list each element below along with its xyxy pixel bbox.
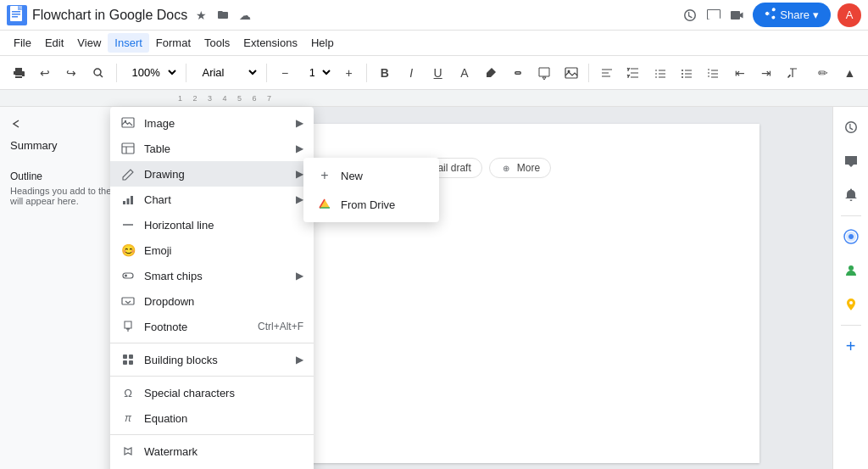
chat-panel-btn[interactable] — [837, 148, 865, 175]
italic-button[interactable]: I — [400, 61, 423, 85]
redo-icon[interactable]: ↪ — [60, 61, 83, 85]
share-button[interactable]: Share ▾ — [753, 3, 831, 27]
svg-rect-22 — [123, 355, 127, 359]
insert-image-item[interactable]: Image ▶ — [110, 110, 314, 136]
insert-drawing-arrow: ▶ — [296, 168, 303, 180]
menu-edit[interactable]: Edit — [38, 33, 70, 53]
insert-chart-label: Chart — [144, 193, 287, 206]
insert-building-blocks-label: Building blocks — [144, 354, 287, 366]
text-color-button[interactable]: A — [453, 61, 476, 85]
folder-icon[interactable] — [214, 7, 231, 24]
insert-dropdown-item[interactable]: Dropdown — [110, 288, 314, 314]
bold-button[interactable]: B — [373, 61, 396, 85]
underline-button[interactable]: U — [426, 61, 449, 85]
insert-drawing-label: Drawing — [144, 168, 287, 181]
menu-insert[interactable]: Insert — [108, 33, 149, 53]
image-toolbar-button[interactable] — [559, 61, 582, 85]
more-chip-label: More — [517, 162, 540, 174]
print-icon[interactable] — [7, 61, 30, 85]
insert-building-blocks-item[interactable]: Building blocks ▶ — [110, 347, 314, 372]
highlight-button[interactable] — [480, 61, 503, 85]
line-spacing-button[interactable] — [622, 61, 645, 85]
insert-drawing-item[interactable]: Drawing ▶ + New — [110, 161, 314, 187]
insert-table-arrow: ▶ — [296, 142, 303, 154]
menu-help[interactable]: Help — [304, 33, 341, 53]
collapse-button[interactable]: ▲ — [838, 61, 861, 85]
history-panel-btn[interactable] — [837, 114, 865, 141]
indent-decrease-button[interactable]: ⇤ — [728, 61, 751, 85]
link-toolbar-button[interactable] — [506, 61, 529, 85]
insert-image-arrow: ▶ — [296, 117, 303, 129]
drive-icon — [317, 197, 332, 212]
menu-extensions[interactable]: Extensions — [236, 33, 304, 53]
history-icon[interactable] — [682, 7, 698, 24]
watermark-menu-icon — [120, 444, 136, 459]
insert-headers-footers-item[interactable]: Headers & footers ▶ — [110, 464, 314, 469]
gemini-panel-btn[interactable] — [837, 223, 865, 250]
insert-emoji-label: Emoji — [144, 244, 303, 257]
zoom-icon[interactable] — [86, 61, 109, 85]
insert-emoji-item[interactable]: 😊 Emoji — [110, 237, 314, 263]
menu-file[interactable]: File — [7, 33, 38, 53]
insert-building-blocks-arrow: ▶ — [296, 354, 303, 366]
add-panel-btn[interactable]: + — [837, 332, 865, 360]
menu-tools[interactable]: Tools — [198, 33, 236, 53]
title-bar-right: Share ▾ A — [682, 3, 861, 27]
font-size-decrease[interactable]: − — [273, 61, 296, 85]
drawing-new-item[interactable]: + New — [303, 161, 439, 190]
insert-special-chars-item[interactable]: Ω Special characters — [110, 380, 314, 405]
zoom-select[interactable]: 100% — [122, 63, 180, 82]
drawing-menu-icon — [120, 166, 136, 181]
drawing-new-label: New — [341, 170, 363, 182]
right-panel-separator-2 — [841, 325, 861, 326]
font-size-increase[interactable]: + — [337, 61, 360, 85]
insert-equation-label: Equation — [144, 412, 303, 425]
numbered-list-button[interactable] — [702, 61, 725, 85]
insert-dropdown-menu: Image ▶ Table ▶ Drawing ▶ — [110, 107, 314, 469]
drawing-new-icon: + — [317, 168, 332, 183]
menu-format[interactable]: Format — [149, 33, 198, 53]
drawing-from-drive-item[interactable]: From Drive — [303, 190, 439, 219]
special-chars-menu-icon: Ω — [120, 385, 136, 400]
svg-point-10 — [682, 76, 683, 78]
insert-watermark-item[interactable]: Watermark — [110, 438, 314, 464]
ruler-marks: 1 2 3 4 5 6 7 — [178, 94, 271, 103]
pen-mode-button[interactable]: ✏ — [811, 61, 834, 85]
title-action-icons: ★ ☁ — [192, 7, 253, 24]
insert-footnote-item[interactable]: Footnote Ctrl+Alt+F — [110, 314, 314, 339]
undo-icon[interactable]: ↩ — [33, 61, 56, 85]
font-size-select[interactable]: 11 — [300, 63, 334, 82]
user-avatar[interactable]: A — [837, 3, 861, 27]
right-panel-separator — [841, 215, 861, 216]
notification-panel-btn[interactable] — [837, 181, 865, 209]
align-button[interactable] — [595, 61, 618, 85]
bullet-list-button[interactable] — [675, 61, 698, 85]
star-icon[interactable]: ★ — [192, 7, 209, 24]
comment-toolbar-button[interactable] — [532, 61, 555, 85]
clear-format-button[interactable] — [782, 61, 804, 85]
svg-rect-23 — [129, 355, 133, 359]
more-chip[interactable]: ⊕ More — [489, 158, 551, 178]
insert-horizontal-line-item[interactable]: Horizontal line — [110, 212, 314, 237]
indent-increase-button[interactable]: ⇥ — [754, 61, 777, 85]
insert-table-item[interactable]: Table ▶ — [110, 136, 314, 161]
insert-image-label: Image — [144, 117, 287, 130]
dropdown-sep-3 — [110, 434, 314, 435]
cloud-icon[interactable]: ☁ — [236, 7, 253, 24]
menu-view[interactable]: View — [70, 33, 108, 53]
comment-icon[interactable] — [705, 7, 722, 24]
maps-panel-btn[interactable] — [837, 291, 865, 318]
checklist-button[interactable] — [648, 61, 671, 85]
font-select[interactable]: Arial — [192, 63, 260, 82]
insert-watermark-label: Watermark — [144, 445, 303, 458]
smart-chips-menu-icon — [120, 268, 136, 283]
svg-rect-6 — [565, 68, 577, 78]
insert-equation-item[interactable]: π Equation — [110, 405, 314, 431]
drawing-submenu: + New From Drive — [303, 158, 439, 222]
svg-rect-19 — [123, 273, 133, 278]
insert-footnote-label: Footnote — [144, 321, 249, 333]
insert-smart-chips-item[interactable]: Smart chips ▶ — [110, 263, 314, 288]
insert-chart-item[interactable]: Chart ▶ — [110, 187, 314, 212]
people-panel-btn[interactable] — [837, 257, 865, 284]
video-icon[interactable] — [729, 7, 746, 24]
